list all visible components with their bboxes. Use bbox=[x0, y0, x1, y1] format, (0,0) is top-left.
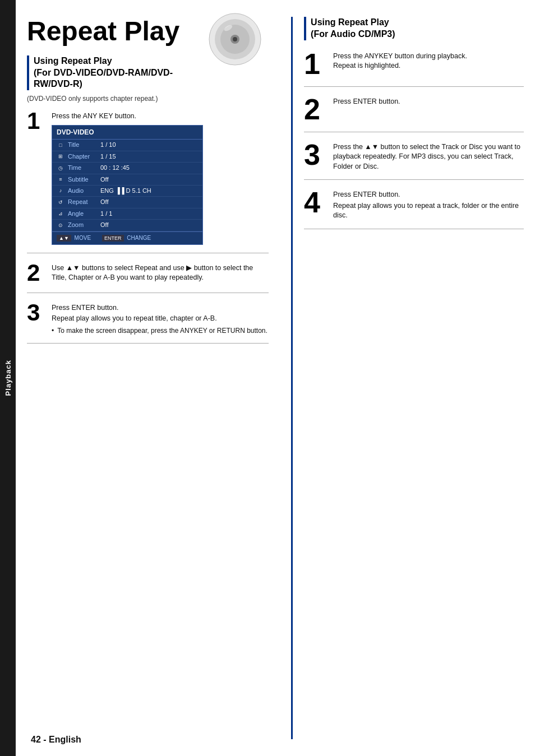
right-step-4-main: Press ENTER button. bbox=[333, 190, 524, 200]
right-step-1-main: Press the ANYKEY button during playback. bbox=[333, 52, 524, 62]
step-3-main: Press ENTER button. bbox=[52, 303, 269, 313]
step-3-number: 3 bbox=[27, 301, 45, 324]
right-step-1-sub: Repeat is highlighted. bbox=[333, 61, 524, 71]
osd-row-chapter: ⊞ Chapter 1 / 15 bbox=[52, 151, 202, 163]
right-step-3-main: Press the ▲▼ button to select the Track … bbox=[333, 142, 524, 172]
footer-text: 42 - English bbox=[31, 735, 81, 744]
osd-icon-zoom: ⊙ bbox=[57, 221, 64, 229]
osd-icon-audio: ♪ bbox=[57, 187, 64, 195]
right-step-1: 1 Press the ANYKEY button during playbac… bbox=[304, 49, 524, 78]
osd-row-subtitle: ≡ Subtitle Off bbox=[52, 174, 202, 185]
osd-footer: ▲▼ MOVE ENTER CHANGE bbox=[52, 231, 202, 244]
left-step-1: 1 Press the ANY KEY button. DVD-VIDEO □ … bbox=[27, 109, 269, 244]
step-3-sub: Repeat play allows you to repeat title, … bbox=[52, 314, 269, 324]
right-step-4-number: 4 bbox=[304, 188, 326, 217]
osd-icon-angle: ⊿ bbox=[57, 210, 64, 218]
osd-icon-title: □ bbox=[57, 141, 64, 149]
right-step-2-main: Press ENTER button. bbox=[333, 97, 524, 107]
step-3-bullet: • To make the screen disappear, press th… bbox=[52, 326, 269, 336]
page-footer: 42 - English bbox=[31, 735, 81, 745]
right-step-4: 4 Press ENTER button. Repeat play allows… bbox=[304, 188, 524, 221]
left-step-3: 3 Press ENTER button. Repeat play allows… bbox=[27, 301, 269, 336]
right-step-3-number: 3 bbox=[304, 140, 326, 169]
osd-row-title: □ Title 1 / 10 bbox=[52, 140, 202, 151]
osd-title: DVD-VIDEO bbox=[52, 126, 202, 140]
right-step-2: 2 Press ENTER button. bbox=[304, 95, 524, 124]
right-section-heading: Using Repeat Play (For Audio CD/MP3) bbox=[304, 17, 524, 40]
step-1-text: Press the ANY KEY button. bbox=[52, 112, 269, 122]
osd-row-time: ◷ Time 00 : 12 :45 bbox=[52, 163, 202, 174]
right-step-2-number: 2 bbox=[304, 95, 326, 124]
disc-image bbox=[207, 11, 263, 67]
osd-row-angle: ⊿ Angle 1 / 1 bbox=[52, 208, 202, 220]
osd-row-repeat: ↺ Repeat Off bbox=[52, 197, 202, 208]
sidebar-label: Playback bbox=[4, 360, 12, 396]
left-subtitle: (DVD-VIDEO only supports chapter repeat.… bbox=[27, 95, 269, 103]
step-2-number: 2 bbox=[27, 261, 45, 285]
right-step-1-number: 1 bbox=[304, 49, 326, 78]
svg-point-4 bbox=[233, 37, 237, 41]
osd-icon-subtitle: ≡ bbox=[57, 175, 64, 183]
right-step-3: 3 Press the ▲▼ button to select the Trac… bbox=[304, 140, 524, 172]
left-step-2: 2 Use ▲▼ buttons to select Repeat and us… bbox=[27, 261, 269, 285]
right-step-4-sub: Repeat play allows you to repeat a track… bbox=[333, 201, 524, 221]
step-1-number: 1 bbox=[27, 109, 45, 133]
osd-icon-time: ◷ bbox=[57, 164, 64, 172]
osd-row-zoom: ⊙ Zoom Off bbox=[52, 220, 202, 231]
osd-box: DVD-VIDEO □ Title 1 / 10 ⊞ Chapter 1 / 1… bbox=[52, 125, 203, 245]
osd-row-audio: ♪ Audio ENG ▐▐ D 5.1 CH bbox=[52, 185, 202, 197]
step-2-text: Use ▲▼ buttons to select Repeat and use … bbox=[52, 261, 269, 283]
osd-icon-chapter: ⊞ bbox=[57, 153, 64, 161]
osd-icon-repeat: ↺ bbox=[57, 198, 64, 206]
sidebar-tab: Playback bbox=[0, 0, 16, 756]
